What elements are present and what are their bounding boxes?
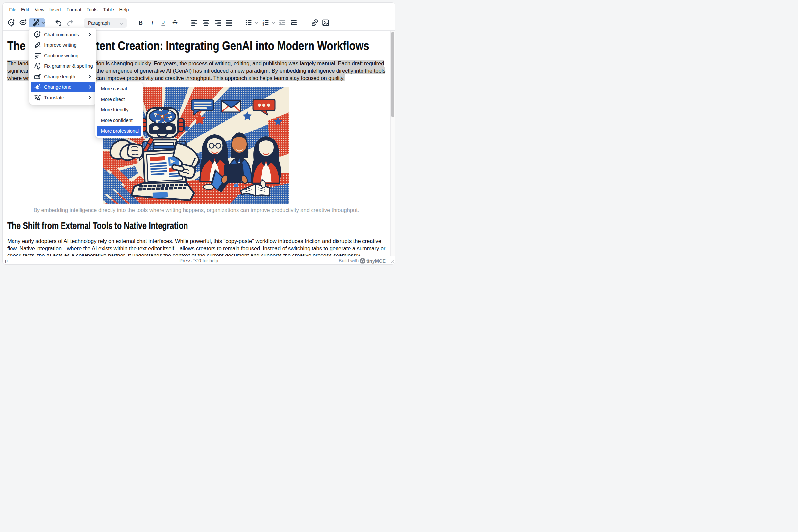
svg-text:U: U xyxy=(162,19,165,25)
svg-text:tinyMCE: tinyMCE xyxy=(367,258,386,263)
svg-text:3: 3 xyxy=(263,24,264,26)
svg-text:I: I xyxy=(152,20,153,26)
svg-text:1: 1 xyxy=(263,19,264,22)
svg-text:2: 2 xyxy=(263,22,264,24)
svg-text:B: B xyxy=(139,20,143,26)
